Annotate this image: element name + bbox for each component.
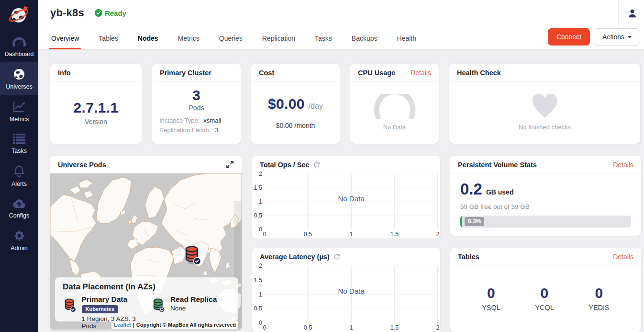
connect-button[interactable]: Connect: [548, 28, 590, 46]
sidebar-item-universes[interactable]: Universes: [0, 62, 38, 95]
map-attribution: Leaflet | Copyright © MapBox All rights …: [111, 321, 238, 329]
ysql-label: YSQL: [482, 304, 500, 311]
card-title: Universe Pods: [58, 161, 106, 169]
kubernetes-badge: Kubernetes: [82, 305, 119, 313]
universe-globe-icon: [13, 68, 25, 80]
total-ops-chart-card: Total Ops / Sec: [252, 156, 440, 239]
card-title: Tables: [458, 253, 479, 261]
card-title: Health Check: [457, 69, 501, 77]
card-title: CPU Usage: [358, 69, 395, 77]
instance-type-value: xsmall: [203, 117, 221, 124]
tab-replication[interactable]: Replication: [261, 34, 296, 49]
page-title: yb-k8s: [50, 7, 84, 19]
total-ops-plot-area: 2 1.5 1 0.5 0 0 0.5 1 1.5 2 No Data: [265, 174, 438, 229]
ysql-count-block: 0 YSQL: [482, 285, 500, 311]
refresh-icon[interactable]: [313, 161, 320, 168]
user-icon: [627, 8, 637, 18]
tab-overview[interactable]: Overview: [50, 34, 80, 49]
tab-health[interactable]: Health: [396, 34, 417, 49]
sidebar-item-label: Universes: [6, 83, 33, 90]
tables-details-link[interactable]: Details: [613, 253, 633, 261]
y-tick: 1: [259, 198, 262, 205]
x-tick: 0: [263, 231, 266, 238]
data-placement-title: Data Placement (In AZs): [63, 282, 231, 292]
primary-data-db-icon: [63, 295, 77, 314]
top-header: yb-k8s Ready Overview Tables Nodes Metri…: [38, 0, 644, 50]
refresh-icon[interactable]: [333, 253, 340, 260]
yedis-count-block: 0 YEDIS: [588, 285, 610, 311]
sidebar: Dashboard Universes Metrics Tasks: [0, 0, 38, 332]
chart-no-data-text: No Data: [338, 195, 364, 203]
overview-content: Info 2.7.1.1 Version Primary Cluster 3 P…: [38, 50, 644, 332]
status-badge: Ready: [95, 9, 126, 17]
tab-metrics[interactable]: Metrics: [177, 34, 200, 49]
card-title: Info: [58, 69, 71, 77]
ycql-label: YCQL: [535, 304, 554, 311]
tab-tables[interactable]: Tables: [98, 34, 119, 49]
x-tick: 2: [436, 324, 440, 331]
sidebar-item-alerts[interactable]: Alerts: [0, 159, 38, 192]
volume-details-link[interactable]: Details: [613, 161, 633, 169]
persistent-volume-stats-card: Persistent Volume Stats Details 0.2 GB u…: [450, 156, 641, 236]
admin-gear-icon: [13, 229, 25, 242]
gauge-arc-icon: [372, 94, 418, 119]
sidebar-item-label: Configs: [9, 212, 29, 219]
health-check-card: Health Check No finished checks: [449, 64, 640, 144]
yedis-label: YEDIS: [588, 304, 610, 311]
x-tick: 1: [350, 231, 353, 238]
read-replica-db-icon: [151, 295, 166, 314]
sidebar-item-admin[interactable]: Admin: [0, 224, 38, 256]
tab-nodes[interactable]: Nodes: [137, 34, 159, 49]
configs-cloud-icon: [12, 198, 26, 209]
sidebar-item-tasks[interactable]: Tasks: [0, 127, 38, 159]
instance-type-label: Instance Type:: [159, 117, 200, 124]
sidebar-item-metrics[interactable]: Metrics: [0, 95, 38, 127]
cost-per-month: $0.00 /month: [276, 122, 315, 129]
card-title: Average Latency (µs): [260, 253, 330, 261]
x-tick: 0.5: [304, 231, 312, 238]
caret-down-icon: [628, 36, 632, 38]
cpu-details-link[interactable]: Details: [411, 69, 431, 77]
volume-progress-bar: 0.3%: [460, 216, 631, 228]
y-tick: 0.5: [254, 212, 262, 219]
dashboard-gauge-icon: [12, 35, 26, 48]
tab-backups[interactable]: Backups: [351, 34, 378, 49]
tasks-list-icon: [12, 133, 26, 145]
card-title: Total Ops / Sec: [260, 161, 310, 169]
primary-cluster-card: Primary Cluster 3 Pods Instance Type: xs…: [152, 64, 241, 144]
main-area: yb-k8s Ready Overview Tables Nodes Metri…: [38, 0, 644, 332]
pod-location-marker-icon[interactable]: [182, 243, 202, 265]
world-map[interactable]: Data Placement (In AZs): [50, 173, 242, 330]
replication-factor-value: 3: [215, 126, 218, 134]
alerts-bell-icon: [13, 165, 25, 178]
leaflet-link[interactable]: Leaflet: [114, 322, 131, 328]
tab-tasks[interactable]: Tasks: [314, 34, 333, 49]
x-tick: 0: [263, 324, 266, 331]
universe-pods-card: Universe Pods: [50, 156, 242, 330]
sidebar-item-configs[interactable]: Configs: [0, 192, 38, 224]
yugabyte-logo[interactable]: [0, 0, 38, 30]
x-tick: 1.5: [390, 231, 399, 238]
y-tick: 0.5: [254, 305, 262, 312]
volume-used-value: 0.2: [460, 180, 482, 198]
user-menu[interactable]: [618, 0, 644, 26]
version-value: 2.7.1.1: [74, 100, 119, 116]
actions-label: Actions: [602, 33, 624, 41]
actions-dropdown-button[interactable]: Actions: [594, 28, 640, 46]
y-tick: 0: [259, 226, 262, 233]
tab-queries[interactable]: Queries: [218, 34, 244, 49]
version-label: Version: [85, 118, 107, 126]
replication-factor-label: Replication Factor:: [159, 126, 211, 134]
sidebar-item-dashboard[interactable]: Dashboard: [0, 30, 38, 62]
cpu-no-data-text: No Data: [383, 124, 406, 131]
heart-icon: [531, 94, 559, 119]
card-title: Persistent Volume Stats: [458, 161, 537, 169]
sidebar-item-label: Admin: [11, 245, 27, 252]
pods-count: 3: [192, 87, 200, 103]
expand-icon[interactable]: [226, 160, 234, 169]
ycql-count: 0: [541, 285, 549, 301]
planet-rocket-logo-icon: [8, 3, 31, 26]
volume-progress-fill: [460, 216, 462, 228]
tables-card: Tables Details 0 YSQL 0 YCQL 0: [450, 248, 641, 332]
read-replica-label: Read Replica: [170, 295, 217, 304]
